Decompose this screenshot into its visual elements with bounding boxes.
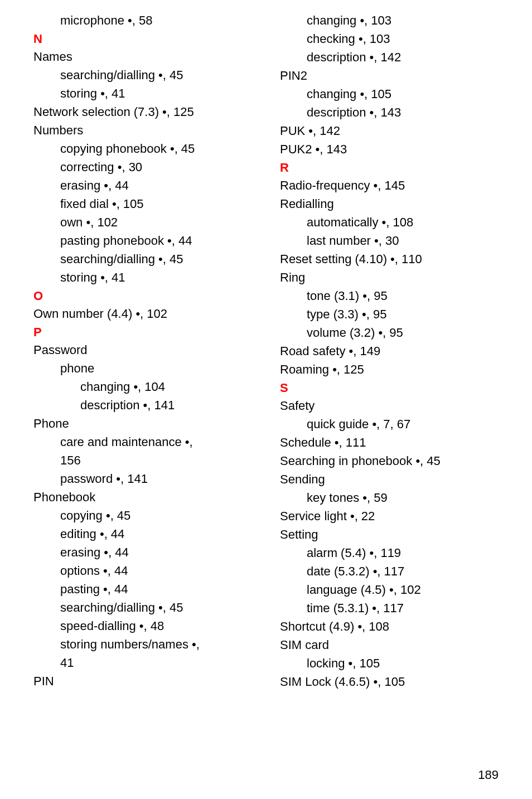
index-entry: quick guide •, 7, 67 (307, 415, 510, 433)
index-entry: 41 (60, 653, 263, 672)
index-entry: SIM card (280, 636, 510, 654)
index-letter-P: P (33, 325, 263, 340)
index-entry: fixed dial •, 105 (60, 195, 263, 213)
index-entry: storing •, 41 (60, 268, 263, 287)
index-entry: Names (33, 47, 263, 66)
index-entry: storing numbers/names •, (60, 635, 263, 653)
index-entry: locking •, 105 (307, 654, 510, 672)
index-entry: phone (60, 359, 263, 377)
index-entry: copying •, 45 (60, 506, 263, 525)
index-entry: Own number (4.4) •, 102 (33, 304, 263, 323)
index-entry: Sending (280, 470, 510, 488)
index-entry: erasing •, 44 (60, 543, 263, 561)
index-entry: changing •, 105 (307, 85, 510, 103)
index-entry: copying phonebook •, 45 (60, 139, 263, 158)
index-entry: Phone (33, 414, 263, 433)
index-entry: microphone •, 58 (60, 11, 263, 30)
index-entry: Service light •, 22 (280, 507, 510, 525)
index-letter-R: R (280, 161, 510, 175)
index-letter-O: O (33, 289, 263, 303)
index-entry: editing •, 44 (60, 525, 263, 543)
index-entry: time (5.3.1) •, 117 (307, 599, 510, 617)
index-entry: Roaming •, 125 (280, 360, 510, 379)
page-number: 189 (478, 768, 499, 782)
index-entry: options •, 44 (60, 561, 263, 580)
index-entry: PIN2 (280, 66, 510, 85)
index-entry: checking •, 103 (307, 30, 510, 48)
index-entry: searching/dialling •, 45 (60, 66, 263, 84)
index-entry: description •, 142 (307, 48, 510, 66)
index-entry: volume (3.2) •, 95 (307, 323, 510, 342)
index-entry: key tones •, 59 (307, 488, 510, 507)
index-entry: alarm (5.4) •, 119 (307, 544, 510, 562)
index-entry: Password (33, 341, 263, 359)
index-entry: SIM Lock (4.6.5) •, 105 (280, 672, 510, 691)
index-entry: tone (3.1) •, 95 (307, 287, 510, 305)
index-entry: Shortcut (4.9) •, 108 (280, 617, 510, 636)
index-entry: description •, 141 (80, 396, 263, 414)
index-entry: Numbers (33, 121, 263, 139)
index-entry: pasting •, 44 (60, 580, 263, 598)
index-entry: Phonebook (33, 488, 263, 506)
index-entry: erasing •, 44 (60, 176, 263, 195)
index-entry: changing •, 104 (80, 377, 263, 396)
index-entry: password •, 141 (60, 469, 263, 488)
index-entry: Road safety •, 149 (280, 342, 510, 360)
index-entry: description •, 143 (307, 103, 510, 122)
index-entry: speed-dialling •, 48 (60, 617, 263, 635)
index-entry: PUK2 •, 143 (280, 140, 510, 158)
index-entry: Network selection (7.3) •, 125 (33, 103, 263, 121)
index-entry: last number •, 30 (307, 231, 510, 250)
index-column-right: changing •, 103checking •, 103descriptio… (280, 11, 510, 691)
index-entry: Radio-frequency •, 145 (280, 176, 510, 195)
index-entry: language (4.5) •, 102 (307, 580, 510, 599)
index-entry: Reset setting (4.10) •, 110 (280, 250, 510, 268)
index-entry: PIN (33, 672, 263, 690)
index-entry: storing •, 41 (60, 84, 263, 103)
index-entry: changing •, 103 (307, 11, 510, 30)
index-entry: Setting (280, 525, 510, 544)
index-letter-S: S (280, 381, 510, 395)
index-entry: searching/dialling •, 45 (60, 598, 263, 617)
index-entry: own •, 102 (60, 213, 263, 231)
index-entry: care and maintenance •, (60, 433, 263, 451)
index-entry: searching/dialling •, 45 (60, 250, 263, 268)
index-page: microphone •, 58NNamessearching/dialling… (0, 0, 532, 702)
index-entry: automatically •, 108 (307, 213, 510, 231)
index-entry: PUK •, 142 (280, 122, 510, 140)
index-column-left: microphone •, 58NNamessearching/dialling… (33, 11, 263, 691)
index-entry: correcting •, 30 (60, 158, 263, 176)
index-letter-N: N (33, 32, 263, 46)
index-entry: Ring (280, 268, 510, 287)
index-entry: Schedule •, 111 (280, 433, 510, 452)
index-entry: pasting phonebook •, 44 (60, 231, 263, 250)
index-entry: Searching in phonebook •, 45 (280, 452, 510, 470)
index-entry: Redialling (280, 195, 510, 213)
index-entry: Safety (280, 396, 510, 415)
index-entry: date (5.3.2) •, 117 (307, 562, 510, 580)
index-entry: type (3.3) •, 95 (307, 305, 510, 323)
index-entry: 156 (60, 451, 263, 469)
